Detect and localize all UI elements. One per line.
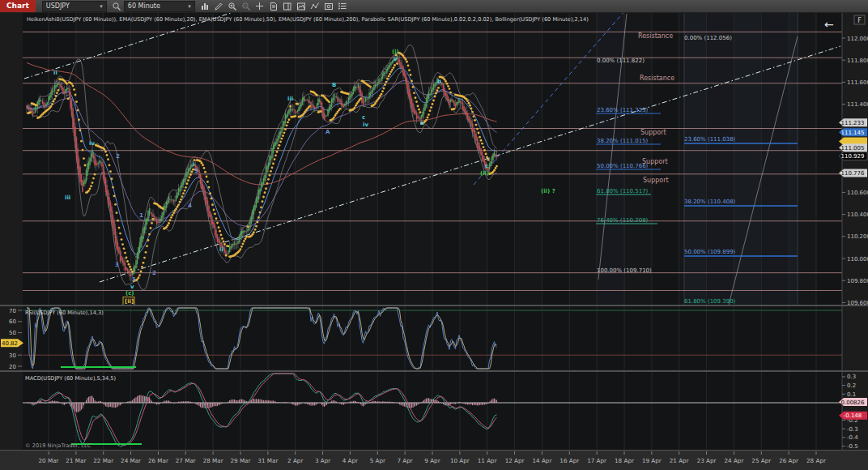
svg-text:9 Apr: 9 Apr [424,457,440,464]
svg-text:12 Apr: 12 Apr [505,457,525,464]
svg-text:100.00% (109.710): 100.00% (109.710) [597,267,652,274]
svg-text:[ii]: [ii] [125,298,134,305]
svg-text:7 Apr: 7 Apr [397,457,412,464]
svg-text:B: B [332,82,336,88]
macd-indicator-label: MACD(USDJPY (60 Minute),5,34,5) [25,375,116,382]
svg-text:21 Apr: 21 Apr [670,457,689,464]
list-icon[interactable] [337,1,349,11]
svg-text:2: 2 [116,153,120,160]
svg-text:112.000: 112.000 [847,36,868,42]
polyline-icon[interactable] [309,1,321,11]
crosshair-icon[interactable] [254,1,266,11]
svg-text:0.00826: 0.00826 [841,400,865,406]
svg-text:(i): (i) [392,49,399,55]
svg-text:23 Apr: 23 Apr [697,457,717,464]
svg-text:111.800: 111.800 [847,58,868,64]
panel-icon[interactable] [282,1,294,11]
svg-text:20 Mar: 20 Mar [39,457,59,464]
main-indicator-label: HeikenAshi8(USDJPY (60 Minute)), EMA(USD… [27,16,589,23]
svg-text:23.60% (111.323): 23.60% (111.323) [597,107,649,113]
svg-text:111.005: 111.005 [841,145,865,152]
svg-text:109.800: 109.800 [847,278,868,284]
svg-text:38.20% (111.015): 38.20% (111.015) [597,138,649,144]
svg-text:25 Apr: 25 Apr [751,457,771,464]
chart-toolbar: Chart USDJPY ▾ 60 Minute ▾ [0,0,868,13]
svg-text:ii: ii [53,70,57,76]
svg-text:-0.5: -0.5 [847,443,858,450]
svg-text:110.400: 110.400 [847,212,868,218]
svg-text:50: 50 [9,330,16,336]
interval-value: 60 Minute [128,2,160,10]
svg-text:0.00% (111.822): 0.00% (111.822) [597,58,645,64]
svg-text:111.600: 111.600 [847,79,868,86]
zoom-out-icon[interactable] [240,1,253,11]
chart-style-icon[interactable] [199,1,211,11]
svg-text:110.000: 110.000 [847,256,868,263]
ninjatrader-window: Chart USDJPY ▾ 60 Minute ▾ 0.00% (111.82… [0,0,868,470]
svg-text:40.82: 40.82 [2,340,18,347]
svg-text:b: b [437,79,441,85]
svg-text:ii: ii [219,246,223,253]
svg-text:111.233: 111.233 [841,120,865,126]
copyright-label: © 2019 NinjaTrader, LLC [25,442,91,449]
search-icon[interactable] [111,1,123,11]
svg-text:A: A [326,129,330,135]
svg-text:61.80% (110.517): 61.80% (110.517) [597,188,649,194]
svg-text:5 Apr: 5 Apr [370,457,385,464]
svg-text:26 Mar: 26 Mar [148,457,168,464]
svg-text:19 Apr: 19 Apr [642,457,662,464]
pencil-icon[interactable] [213,1,225,11]
svg-text:50.00% (109.899): 50.00% (109.899) [684,249,736,255]
svg-text:a: a [420,120,424,126]
interval-selector[interactable]: 60 Minute ▾ [124,1,195,12]
svg-text:5: 5 [194,168,198,174]
svg-text:4: 4 [188,203,192,209]
svg-text:16 Apr: 16 Apr [560,457,579,464]
svg-text:110.776: 110.776 [841,170,865,177]
svg-text:Support: Support [640,129,666,136]
svg-text:111.400: 111.400 [847,101,868,108]
svg-text:(ii) ?: (ii) ? [541,188,555,194]
chart-tab[interactable]: Chart [0,0,36,12]
svg-text:22 Mar: 22 Mar [93,457,113,464]
svg-text:21 Mar: 21 Mar [66,457,86,464]
svg-text:(c): (c) [126,290,134,297]
svg-text:110.929: 110.929 [841,153,865,160]
svg-text:Support: Support [642,158,668,165]
chart-canvas[interactable]: 0.00% (111.822)23.60% (111.323)38.20% (1… [0,13,868,470]
svg-text:Resistance: Resistance [638,32,673,40]
svg-text:3: 3 [115,262,119,268]
svg-text:61.80% (109.390): 61.80% (109.390) [684,298,736,305]
svg-text:111.145: 111.145 [841,130,865,136]
zoom-in-icon[interactable] [227,1,239,11]
instrument-selector[interactable]: USDJPY ▾ [42,1,107,12]
svg-text:110.200: 110.200 [847,233,868,240]
svg-text:76.40% (110.208): 76.40% (110.208) [597,217,649,224]
svg-text:4 Apr: 4 Apr [343,457,358,464]
svg-text:Support: Support [643,177,669,184]
svg-text:v: v [394,56,398,62]
svg-text:i: i [193,161,194,168]
svg-text:0.3: 0.3 [847,374,856,380]
svg-text:28 Apr: 28 Apr [806,457,826,464]
snapshot-icon[interactable] [323,1,335,11]
svg-text:31 Mar: 31 Mar [257,457,278,464]
report-icon[interactable] [268,1,280,11]
svg-text:iii: iii [287,96,293,102]
back-arrow-icon[interactable]: ← [824,18,834,31]
svg-text:v: v [130,284,134,290]
svg-text:24 Apr: 24 Apr [724,457,743,464]
rsi-indicator-label: RSI(USDJPY (60 Minute),14,3) [25,310,104,316]
svg-text:iii: iii [65,194,70,201]
svg-text:iv: iv [363,122,368,128]
svg-text:26 Apr: 26 Apr [779,457,798,464]
svg-text:18 Apr: 18 Apr [615,457,634,464]
svg-text:-0.4: -0.4 [847,434,858,441]
svg-text:2 Apr: 2 Apr [287,457,303,464]
svg-text:38.20% (110.408): 38.20% (110.408) [684,199,736,205]
region-icon[interactable] [296,1,308,11]
svg-text:28 Mar: 28 Mar [203,457,223,464]
svg-text:14 Apr: 14 Apr [532,457,551,464]
svg-text:c: c [485,163,488,169]
svg-text:Resistance: Resistance [640,75,674,82]
